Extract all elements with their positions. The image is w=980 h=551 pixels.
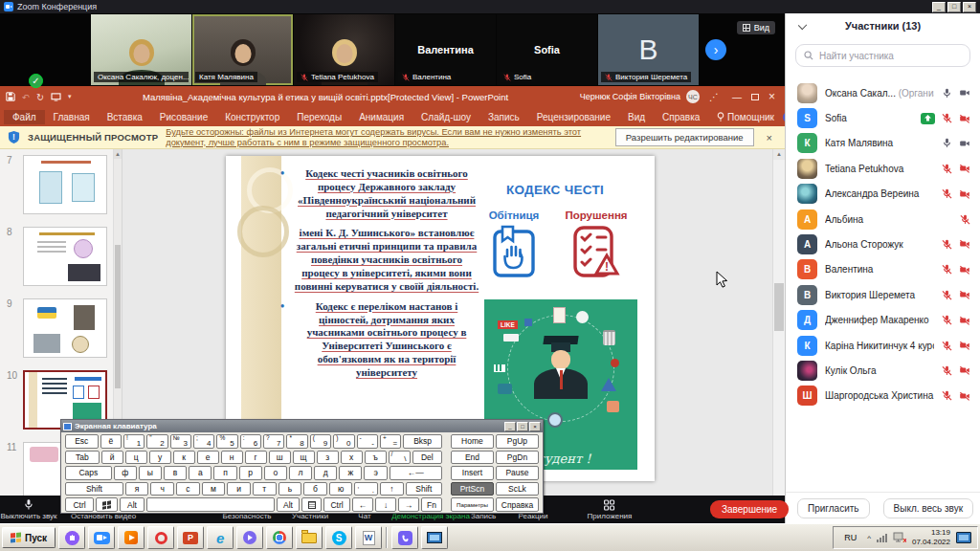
close-button[interactable]: × <box>963 2 976 12</box>
keyboard-key[interactable]: е <box>197 451 219 465</box>
start-button[interactable]: Пуск <box>2 527 56 548</box>
ppt-close-button[interactable]: × <box>765 90 779 103</box>
keyboard-key[interactable]: а <box>189 466 212 480</box>
video-tile[interactable]: Оксана Сакалюк, доцен... <box>91 14 191 85</box>
ribbon-tab-11[interactable]: Справка <box>654 110 708 124</box>
video-tile[interactable]: ВалентинаВалентина <box>395 14 496 85</box>
scroll-up-arrow[interactable]: ▲ <box>773 149 785 160</box>
ppt-restore-button[interactable] <box>751 94 759 100</box>
ribbon-tab-8[interactable]: Запись <box>479 110 528 124</box>
keyboard-key[interactable]: Esc <box>65 434 99 449</box>
keyboard-key[interactable]: !1 <box>123 434 145 449</box>
keyboard-key[interactable]: %5 <box>216 434 237 449</box>
keyboard-key[interactable]: :6 <box>240 434 261 449</box>
keyboard-key[interactable]: PrtScn <box>451 482 494 496</box>
keyboard-key[interactable]: э <box>364 466 387 480</box>
ribbon-tab-1[interactable]: Главная <box>45 110 99 124</box>
next-page-button[interactable]: › <box>705 39 726 60</box>
scrollbar-thumb[interactable] <box>774 283 784 331</box>
keyboard-key[interactable]: ,. <box>354 482 378 496</box>
keyboard-key[interactable]: т <box>253 482 277 496</box>
keyboard-key[interactable]: ч <box>150 482 174 496</box>
keyboard-key[interactable]: у <box>149 451 171 465</box>
end-meeting-button[interactable]: Завершение <box>710 500 789 518</box>
keyboard-key[interactable]: Del <box>412 451 442 465</box>
keyboard-key[interactable]: р <box>239 466 262 480</box>
keyboard-key[interactable]: Insert <box>451 466 494 480</box>
keyboard-key[interactable]: я <box>125 482 149 496</box>
ribbon-display-options-icon[interactable]: ⋰ <box>705 92 723 102</box>
keyboard-key[interactable]: н <box>221 451 243 465</box>
keyboard-key[interactable]: ш <box>269 451 291 465</box>
monitor-taskbar-icon[interactable] <box>421 526 448 549</box>
keyboard-key[interactable]: х <box>341 451 363 465</box>
view-button[interactable]: Вид <box>737 21 775 34</box>
participant-row[interactable]: SSofia <box>786 105 980 130</box>
keyboard-key[interactable]: г <box>245 451 267 465</box>
keyboard-key[interactable]: к <box>173 451 195 465</box>
chevron-down-icon[interactable] <box>798 21 807 30</box>
dismiss-bar-icon[interactable]: × <box>762 132 777 143</box>
zoom-taskbar-icon[interactable] <box>88 526 115 549</box>
keyboard-key[interactable]: з <box>317 451 339 465</box>
assistant-tab[interactable]: Помощник <box>708 110 783 124</box>
opera-taskbar-icon[interactable] <box>147 526 174 549</box>
keyboard-key[interactable]: щ <box>293 451 315 465</box>
keyboard-key[interactable]: й <box>101 451 123 465</box>
keyboard-key[interactable]: ъ <box>365 451 387 465</box>
keyboard-key[interactable]: → <box>398 497 419 512</box>
keyboard-key[interactable]: Alt <box>277 497 300 512</box>
keyboard-key[interactable]: ь <box>278 482 302 496</box>
ribbon-tab-9[interactable]: Рецензирование <box>528 110 619 124</box>
menu-key[interactable] <box>301 497 322 512</box>
show-desktop-icon[interactable] <box>956 532 971 543</box>
customize-qat-icon[interactable]: ▾ <box>68 93 72 100</box>
keyboard-key[interactable]: (9 <box>310 434 331 449</box>
keyboard-key[interactable]: ц <box>125 451 147 465</box>
keyboard-key[interactable]: Bksp <box>403 434 442 449</box>
keyboard-key[interactable]: Ctrl <box>65 497 94 512</box>
keyboard-key[interactable]: Справка <box>496 497 539 512</box>
keyboard-key[interactable]: в <box>164 466 187 480</box>
toolbar-item-1[interactable]: Выключить звук <box>0 498 56 520</box>
video-tile[interactable]: Tetiana Petukhova <box>294 14 394 85</box>
keyboard-key[interactable]: Pause <box>496 466 539 480</box>
slide-thumbnail-8[interactable]: 8 <box>23 227 122 286</box>
participant-row[interactable]: Оксана Сакал... (Организатор, я) <box>786 80 980 105</box>
ppt-minimize-button[interactable]: — <box>728 92 746 102</box>
video-tile[interactable]: ВВиктория Шеремета <box>598 14 699 85</box>
ribbon-tab-5[interactable]: Переходы <box>288 110 350 124</box>
keyboard-key[interactable]: Shift <box>406 482 442 496</box>
kbd-close-button[interactable]: × <box>529 422 541 431</box>
keyboard-titlebar[interactable]: Экранная клавиатура _ □ × <box>61 420 543 432</box>
keyboard-key[interactable]: ↑ <box>380 482 404 496</box>
participant-row[interactable]: ККаріна Никитинчук 4 курс денн... <box>786 333 980 358</box>
keyboard-key[interactable]: Caps <box>65 466 112 480</box>
minimize-button[interactable]: _ <box>932 2 946 12</box>
keyboard-key[interactable]: Home <box>451 434 494 449</box>
keyboard-key[interactable]: ↓ <box>375 497 396 512</box>
participant-row[interactable]: ВВалентина <box>786 257 980 282</box>
keyboard-key[interactable]: п <box>213 466 236 480</box>
keyboard-key[interactable]: с <box>176 482 200 496</box>
keyboard-key[interactable]: ←— <box>390 466 442 480</box>
restore-button[interactable]: □ <box>947 2 961 12</box>
start-slideshow-icon[interactable] <box>51 93 61 101</box>
powerpoint-taskbar-icon[interactable]: P <box>177 526 204 549</box>
keyboard-key[interactable]: ← <box>352 497 373 512</box>
participant-row[interactable]: ААльона Сторожук <box>786 231 980 256</box>
clock[interactable]: 13:1907.04.2022 <box>912 528 950 546</box>
keyboard-key[interactable]: №3 <box>170 434 191 449</box>
word-taskbar-icon[interactable]: W <box>355 526 382 549</box>
keyboard-key[interactable]: ф <box>114 466 137 480</box>
participant-row[interactable]: Кулік Ольга <box>786 358 980 383</box>
keyboard-key[interactable]: /\ <box>389 451 411 465</box>
keyboard-key[interactable]: *8 <box>286 434 307 449</box>
save-icon[interactable] <box>6 92 15 101</box>
ribbon-tab-file[interactable]: Файл <box>4 110 45 124</box>
keyboard-key[interactable]: Tab <box>65 451 100 465</box>
keyboard-key[interactable]: Shift <box>65 482 123 496</box>
ribbon-tab-2[interactable]: Вставка <box>99 110 151 124</box>
participant-row[interactable]: ДДженнифер Макаренко <box>786 308 980 333</box>
folder-taskbar-icon[interactable] <box>296 526 323 549</box>
